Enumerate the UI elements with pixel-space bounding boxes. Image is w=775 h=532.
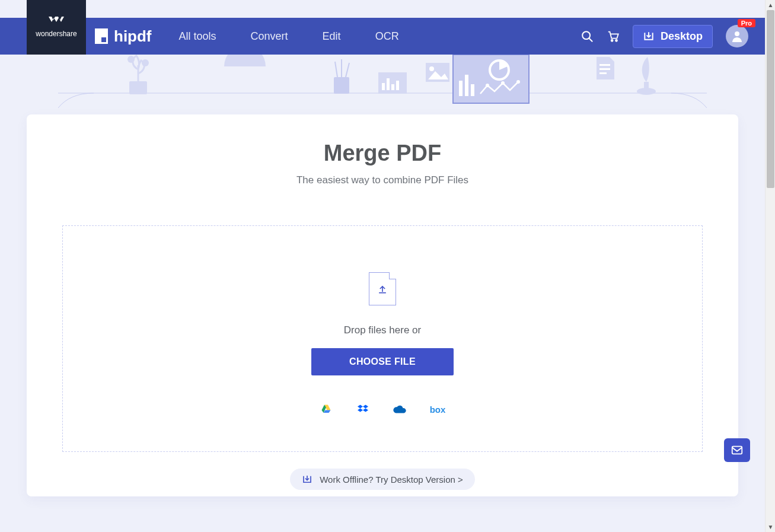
avatar	[726, 25, 748, 47]
svg-line-12	[346, 63, 349, 77]
svg-rect-14	[382, 83, 385, 90]
svg-point-24	[490, 60, 509, 79]
svg-point-0	[582, 31, 590, 39]
search-icon[interactable]	[581, 30, 594, 43]
svg-point-27	[516, 80, 520, 84]
top-strip	[0, 0, 765, 18]
svg-rect-28	[599, 64, 610, 66]
svg-rect-9	[334, 77, 349, 94]
svg-point-19	[429, 66, 434, 71]
svg-rect-17	[396, 81, 399, 90]
nav-edit[interactable]: Edit	[323, 30, 341, 43]
nav-ocr[interactable]: OCR	[375, 30, 399, 43]
hipdf-logo-icon	[95, 28, 108, 44]
upload-file-icon	[369, 272, 396, 305]
desktop-button-label: Desktop	[661, 30, 703, 43]
svg-rect-5	[129, 81, 147, 94]
svg-rect-29	[599, 68, 610, 70]
svg-point-25	[486, 84, 489, 87]
navbar: hipdf All tools Convert Edit OCR Desktop	[0, 18, 765, 55]
drop-text: Drop files here or	[344, 324, 421, 336]
svg-line-10	[335, 62, 337, 77]
scroll-up-icon[interactable]: ▲	[766, 0, 775, 10]
svg-rect-20	[453, 55, 529, 103]
pro-badge: Pro	[738, 19, 755, 27]
desktop-button[interactable]: Desktop	[633, 25, 713, 48]
scrollbar[interactable]: ▲ ▼	[765, 0, 775, 532]
page-title: Merge PDF	[324, 141, 441, 166]
nav-links: All tools Convert Edit OCR	[179, 30, 399, 43]
wondershare-label: wondershare	[36, 30, 76, 38]
svg-rect-32	[644, 82, 649, 91]
wondershare-logo-icon	[49, 17, 64, 26]
avatar-wrap[interactable]: Pro	[726, 25, 748, 47]
download-icon	[643, 30, 655, 42]
svg-rect-15	[387, 78, 390, 90]
svg-point-4	[735, 31, 739, 36]
svg-rect-21	[459, 81, 463, 96]
svg-rect-30	[599, 72, 607, 74]
nav-all-tools[interactable]: All tools	[179, 30, 216, 43]
nav-right: Desktop Pro	[581, 25, 765, 48]
cart-icon[interactable]	[607, 30, 620, 43]
svg-point-3	[615, 40, 617, 42]
hipdf-logo-text: hipdf	[114, 27, 152, 46]
choose-file-button[interactable]: CHOOSE FILE	[311, 348, 454, 375]
google-drive-icon[interactable]	[320, 403, 333, 416]
svg-point-31	[637, 88, 656, 95]
work-offline-link[interactable]: Work Offline? Try Desktop Version >	[290, 469, 475, 490]
dropbox-icon[interactable]	[356, 403, 369, 416]
scroll-down-icon[interactable]: ▼	[766, 522, 775, 532]
nav-convert[interactable]: Convert	[251, 30, 288, 43]
svg-rect-23	[471, 84, 474, 96]
box-icon[interactable]: box	[430, 404, 446, 415]
svg-line-1	[589, 39, 593, 42]
work-offline-label: Work Offline? Try Desktop Version >	[320, 474, 463, 485]
svg-rect-18	[426, 63, 449, 82]
svg-point-2	[611, 40, 613, 42]
svg-point-26	[501, 81, 505, 85]
dropzone[interactable]: Drop files here or CHOOSE FILE	[62, 225, 703, 452]
svg-rect-22	[465, 75, 468, 96]
svg-point-7	[142, 59, 149, 66]
svg-rect-13	[378, 72, 407, 94]
download-icon	[302, 474, 312, 485]
onedrive-icon[interactable]	[393, 403, 406, 416]
hipdf-logo[interactable]: hipdf	[95, 27, 152, 46]
scrollbar-thumb[interactable]	[767, 10, 774, 188]
page-subtitle: The easiest way to combine PDF Files	[296, 174, 468, 186]
svg-point-6	[127, 56, 135, 63]
cloud-sources: box	[320, 403, 446, 416]
wondershare-brand[interactable]: wondershare	[27, 0, 86, 55]
svg-rect-33	[732, 447, 742, 454]
main-card: Merge PDF The easiest way to combine PDF…	[27, 114, 738, 496]
svg-rect-16	[391, 84, 394, 90]
contact-mail-button[interactable]	[724, 438, 750, 462]
